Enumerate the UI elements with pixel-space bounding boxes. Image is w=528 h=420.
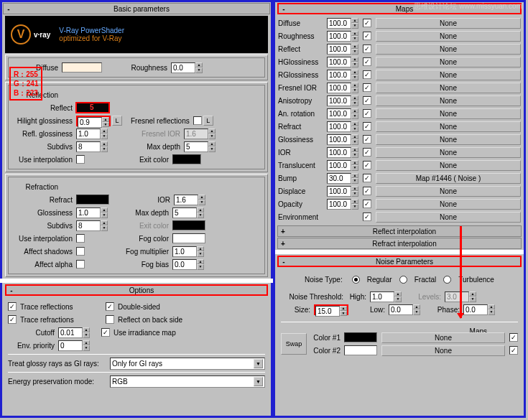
ior-spinner[interactable]: ▲▼ bbox=[174, 195, 205, 205]
subdivs2-spinner[interactable]: ▲▼ bbox=[76, 220, 108, 231]
color1-swatch[interactable] bbox=[344, 332, 377, 342]
map-slot-button[interactable]: None bbox=[376, 70, 521, 80]
map-amount-spinner[interactable]: ▲▼ bbox=[327, 121, 358, 132]
envpriority-spinner[interactable]: ▲▼ bbox=[58, 340, 90, 351]
high-spinner[interactable]: ▲▼ bbox=[370, 291, 402, 302]
glossy-dropdown[interactable]: Only for GI rays▼ bbox=[110, 358, 265, 370]
map-enable-checkbox[interactable]: ✓ bbox=[363, 109, 371, 118]
reflect-swatch[interactable]: 5 bbox=[76, 103, 109, 113]
L-button-2[interactable]: L bbox=[203, 116, 213, 126]
affectshadows-checkbox[interactable] bbox=[76, 247, 85, 256]
map-slot-button[interactable]: None bbox=[376, 160, 521, 171]
regular-radio[interactable] bbox=[352, 276, 360, 284]
map-enable-checkbox[interactable]: ✓ bbox=[363, 57, 371, 66]
options-header[interactable]: - Options bbox=[5, 284, 268, 296]
map-slot-button[interactable]: None bbox=[376, 57, 521, 67]
map-slot-button[interactable]: None bbox=[376, 121, 521, 132]
map-slot-button[interactable]: None bbox=[376, 83, 521, 93]
color1-map-button[interactable]: None bbox=[381, 332, 505, 343]
color1-checkbox[interactable]: ✓ bbox=[509, 333, 518, 342]
refl-gloss-spinner[interactable]: ▲▼ bbox=[76, 129, 108, 139]
map-enable-checkbox[interactable]: ✓ bbox=[363, 135, 371, 144]
color2-swatch[interactable] bbox=[344, 345, 377, 355]
map-amount-spinner[interactable]: ▲▼ bbox=[327, 173, 358, 184]
subdivs-spinner[interactable]: ▲▼ bbox=[76, 141, 108, 152]
map-enable-checkbox[interactable]: ✓ bbox=[363, 200, 371, 208]
map-amount-spinner[interactable]: ▲▼ bbox=[327, 186, 358, 197]
trace-refl-checkbox[interactable]: ✓ bbox=[8, 302, 17, 311]
hilight-spinner[interactable]: ▲▼ bbox=[76, 116, 111, 126]
map-amount-spinner[interactable]: ▲▼ bbox=[327, 160, 358, 171]
refract-swatch[interactable] bbox=[76, 195, 109, 205]
roughness-spinner[interactable]: ▲▼ bbox=[171, 62, 203, 73]
refract-interp-header[interactable]: + Refract interpolation bbox=[277, 238, 522, 249]
map-amount-spinner[interactable]: ▲▼ bbox=[327, 83, 358, 93]
map-enable-checkbox[interactable]: ✓ bbox=[363, 70, 371, 79]
map-amount-spinner[interactable]: ▲▼ bbox=[327, 134, 358, 145]
map-enable-checkbox[interactable]: ✓ bbox=[363, 187, 371, 195]
useinterp2-checkbox[interactable] bbox=[76, 234, 85, 243]
map-enable-checkbox[interactable]: ✓ bbox=[363, 83, 371, 92]
trace-refr-checkbox[interactable]: ✓ bbox=[8, 315, 17, 324]
map-slot-button[interactable]: None bbox=[376, 147, 521, 158]
maxdepth-spinner[interactable]: ▲▼ bbox=[184, 141, 216, 152]
map-slot-button[interactable]: None bbox=[376, 44, 521, 55]
map-enable-checkbox[interactable]: ✓ bbox=[363, 32, 371, 40]
fractal-radio[interactable] bbox=[399, 276, 407, 284]
low-spinner[interactable]: ▲▼ bbox=[389, 304, 420, 315]
exitcolor-swatch[interactable] bbox=[172, 154, 201, 164]
map-enable-checkbox[interactable]: ✓ bbox=[363, 19, 371, 27]
swap-button[interactable]: Swap bbox=[281, 333, 307, 355]
cutoff-spinner[interactable]: ▲▼ bbox=[58, 327, 90, 338]
basic-params-header[interactable]: - Basic parameters bbox=[3, 3, 270, 14]
map-slot-button[interactable]: None bbox=[376, 95, 521, 106]
map-slot-button[interactable]: None bbox=[376, 134, 521, 145]
map-amount-spinner[interactable]: ▲▼ bbox=[327, 147, 358, 158]
map-amount-spinner[interactable]: ▲▼ bbox=[327, 70, 358, 80]
color2-checkbox[interactable]: ✓ bbox=[509, 346, 518, 355]
affectalpha-checkbox[interactable] bbox=[76, 260, 85, 269]
doublesided-checkbox[interactable]: ✓ bbox=[106, 302, 114, 311]
map-enable-checkbox[interactable]: ✓ bbox=[363, 148, 371, 157]
reflectback-checkbox[interactable] bbox=[106, 315, 114, 324]
expand-icon: + bbox=[278, 240, 288, 248]
diffuse-swatch[interactable] bbox=[62, 62, 102, 73]
map-enable-checkbox[interactable]: ✓ bbox=[363, 174, 371, 182]
fogcolor-swatch[interactable] bbox=[172, 233, 205, 243]
map-amount-spinner[interactable]: ▲▼ bbox=[327, 108, 358, 119]
map-enable-checkbox[interactable]: ✓ bbox=[363, 96, 371, 105]
maxdepth2-spinner[interactable]: ▲▼ bbox=[172, 207, 204, 218]
fogbias-spinner[interactable]: ▲▼ bbox=[172, 259, 204, 270]
L-button[interactable]: L bbox=[112, 116, 122, 126]
exitcolor2-swatch[interactable] bbox=[172, 220, 205, 230]
energy-dropdown[interactable]: RGB▼ bbox=[110, 375, 265, 388]
map-amount-spinner[interactable]: ▲▼ bbox=[327, 57, 358, 67]
glossiness-spinner[interactable]: ▲▼ bbox=[76, 207, 108, 218]
fogmult-spinner[interactable]: ▲▼ bbox=[172, 246, 204, 257]
size-spinner[interactable]: ▲▼ bbox=[314, 304, 348, 315]
map-slot-button[interactable]: None bbox=[376, 108, 521, 119]
map-slot-button[interactable]: None bbox=[376, 212, 521, 223]
noise-header[interactable]: - Noise Parameters bbox=[277, 256, 522, 267]
irradiance-checkbox[interactable]: ✓ bbox=[101, 328, 110, 337]
map-enable-checkbox[interactable]: ✓ bbox=[363, 122, 371, 131]
useinterp-checkbox[interactable] bbox=[76, 155, 85, 164]
map-slot-button[interactable]: None bbox=[376, 199, 521, 210]
map-amount-spinner[interactable]: ▲▼ bbox=[327, 18, 358, 29]
phase-spinner[interactable]: ▲▼ bbox=[463, 304, 495, 315]
turbulence-radio[interactable] bbox=[443, 276, 451, 284]
map-amount-spinner[interactable]: ▲▼ bbox=[327, 31, 358, 42]
map-amount-spinner[interactable]: ▲▼ bbox=[327, 44, 358, 55]
map-enable-checkbox[interactable]: ✓ bbox=[363, 161, 371, 169]
map-slot-button[interactable]: None bbox=[376, 31, 521, 42]
map-slot-button[interactable]: None bbox=[376, 18, 521, 29]
map-amount-spinner[interactable]: ▲▼ bbox=[327, 199, 358, 210]
color2-map-button[interactable]: None bbox=[381, 345, 505, 356]
reflect-interp-header[interactable]: + Reflect interpolation bbox=[277, 225, 522, 237]
map-slot-button[interactable]: Map #1446 ( Noise ) bbox=[376, 173, 521, 184]
map-enable-checkbox[interactable]: ✓ bbox=[363, 213, 371, 221]
map-enable-checkbox[interactable]: ✓ bbox=[363, 45, 371, 53]
map-amount-spinner[interactable]: ▲▼ bbox=[327, 95, 358, 106]
map-slot-button[interactable]: None bbox=[376, 186, 521, 197]
fresnel-checkbox[interactable] bbox=[193, 116, 202, 125]
